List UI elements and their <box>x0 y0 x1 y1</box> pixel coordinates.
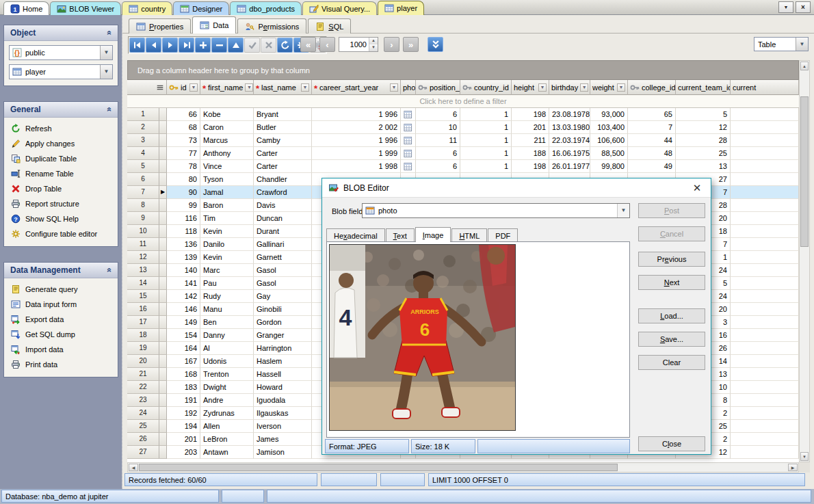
grid-filter-row[interactable]: Click here to define a filter <box>127 95 799 108</box>
row-number[interactable]: 21 <box>127 368 159 381</box>
cell-first_name[interactable]: Manu <box>200 303 254 316</box>
cell-id[interactable]: 203 <box>167 446 200 459</box>
cell-id[interactable]: 118 <box>167 225 200 238</box>
cell-first_name[interactable]: Kevin <box>200 225 254 238</box>
cell-photo[interactable] <box>401 121 416 134</box>
cell-current_[interactable] <box>731 186 799 199</box>
cell-first_name[interactable]: Udonis <box>200 355 254 368</box>
cell-last_name[interactable]: Butler <box>254 121 312 134</box>
cell-current_team_id[interactable]: 12 <box>676 121 731 134</box>
cell-id[interactable]: 116 <box>167 212 200 225</box>
delete-record-button[interactable] <box>211 38 227 53</box>
edit-record-button[interactable] <box>228 38 244 53</box>
cell-height[interactable]: 201 <box>512 121 549 134</box>
cell-birthday[interactable]: 16.06.1975 <box>549 147 590 160</box>
row-number[interactable]: 16 <box>127 303 159 316</box>
object-combo-public[interactable]: {}public▼ <box>9 45 113 60</box>
chevron-down-icon[interactable]: ▼ <box>617 204 629 217</box>
table-row[interactable]: 268CaronButler2 00210120113.03.1980103,4… <box>127 121 799 134</box>
sidebar-item-report-structure[interactable]: Report structure <box>4 196 118 211</box>
cell-id[interactable]: 68 <box>167 121 200 134</box>
cell-photo[interactable] <box>401 160 416 173</box>
cell-career_start_year[interactable]: 1 999 <box>312 147 401 160</box>
cell-birthday[interactable]: 23.08.1978 <box>549 108 590 121</box>
insert-record-button[interactable] <box>195 38 211 53</box>
filter-dropdown-icon[interactable]: ▼ <box>538 83 547 92</box>
row-number[interactable]: 10 <box>127 225 159 238</box>
cell-id[interactable]: 149 <box>167 316 200 329</box>
cell-current_team_id[interactable]: 13 <box>676 160 731 173</box>
horizontal-scroll-thumb[interactable] <box>139 464 618 471</box>
first-page-button[interactable]: « <box>300 37 316 52</box>
cell-last_name[interactable]: Davis <box>254 199 312 212</box>
chevron-down-icon[interactable]: ▼ <box>796 38 808 51</box>
cell-height[interactable]: 198 <box>512 108 549 121</box>
cell-id[interactable]: 191 <box>167 394 200 407</box>
cell-country_id[interactable]: 1 <box>460 121 512 134</box>
blob-tab-pdf[interactable]: PDF <box>488 228 518 242</box>
cell-id[interactable]: 140 <box>167 264 200 277</box>
cell-weight[interactable]: 93,000 <box>590 108 628 121</box>
cell-id[interactable]: 167 <box>167 355 200 368</box>
cell-current_[interactable] <box>731 173 799 186</box>
cell-first_name[interactable]: Al <box>200 342 254 355</box>
row-number[interactable]: 4 <box>127 147 159 160</box>
column-header-position_id[interactable]: position_id▼ <box>416 80 460 95</box>
cell-last_name[interactable]: Jamison <box>254 446 312 459</box>
cell-weight[interactable]: 99,800 <box>590 160 628 173</box>
cell-first_name[interactable]: Zydrunas <box>200 407 254 420</box>
cell-photo[interactable] <box>401 108 416 121</box>
next-record-button[interactable] <box>162 38 178 53</box>
cell-first_name[interactable]: Andre <box>200 394 254 407</box>
cell-college_id[interactable]: 65 <box>628 108 676 121</box>
sidebar-item-print-data[interactable]: Print data <box>4 357 118 372</box>
cell-last_name[interactable]: Gallinari <box>254 238 312 251</box>
last-page-button[interactable]: » <box>403 37 419 52</box>
cell-last_name[interactable]: Gasol <box>254 264 312 277</box>
row-number[interactable]: 25 <box>127 420 159 433</box>
cell-current_[interactable] <box>731 225 799 238</box>
sidebar-item-drop-table[interactable]: Drop Table <box>4 181 118 196</box>
scroll-left-icon[interactable]: ◀ <box>129 464 138 471</box>
cell-id[interactable]: 139 <box>167 251 200 264</box>
cell-country_id[interactable]: 1 <box>460 160 512 173</box>
load-button[interactable]: Load... <box>638 308 705 323</box>
cell-first_name[interactable]: Baron <box>200 199 254 212</box>
cell-first_name[interactable]: Pau <box>200 277 254 290</box>
cell-college_id[interactable]: 44 <box>628 134 676 147</box>
cell-photo[interactable] <box>401 134 416 147</box>
cell-last_name[interactable]: Camby <box>254 134 312 147</box>
cell-current_[interactable] <box>731 303 799 316</box>
vertical-scrollbar[interactable]: ▲ ▼ <box>799 60 810 462</box>
cell-first_name[interactable]: Allen <box>200 420 254 433</box>
sidebar-item-data-input-form[interactable]: Data input form <box>4 297 118 312</box>
sidebar-item-duplicate-table[interactable]: Duplicate Table <box>4 151 118 166</box>
cell-current_team_id[interactable]: 28 <box>676 134 731 147</box>
row-number[interactable]: 20 <box>127 355 159 368</box>
row-number[interactable]: 14 <box>127 277 159 290</box>
cell-current_[interactable] <box>731 446 799 459</box>
cell-height[interactable]: 198 <box>512 160 549 173</box>
close-tab-button[interactable]: × <box>796 1 811 13</box>
sidebar-item-import-data[interactable]: Import data <box>4 342 118 357</box>
blob-field-combo[interactable]: photo ▼ <box>362 203 630 218</box>
cell-position_id[interactable]: 11 <box>416 134 460 147</box>
cell-last_name[interactable]: Gordon <box>254 316 312 329</box>
column-header-college_id[interactable]: college_id▼ <box>628 80 676 95</box>
cell-career_start_year[interactable]: 1 996 <box>312 108 401 121</box>
cell-id[interactable]: 90 <box>167 186 200 199</box>
object-combo-player[interactable]: player▼ <box>9 64 113 79</box>
cell-current_[interactable] <box>731 342 799 355</box>
cell-career_start_year[interactable]: 1 996 <box>312 134 401 147</box>
cell-id[interactable]: 78 <box>167 160 200 173</box>
cell-current_[interactable] <box>731 329 799 342</box>
row-number[interactable]: 24 <box>127 407 159 420</box>
refresh-button[interactable] <box>277 38 293 53</box>
blob-tab-hexadecimal[interactable]: Hexadecimal <box>326 228 385 242</box>
cell-last_name[interactable]: Durant <box>254 225 312 238</box>
cell-first_name[interactable]: Dwight <box>200 381 254 394</box>
cell-first_name[interactable]: Ben <box>200 316 254 329</box>
cell-last_name[interactable]: Carter <box>254 160 312 173</box>
cell-current_team_id[interactable]: 5 <box>676 108 731 121</box>
row-number[interactable]: 9 <box>127 212 159 225</box>
